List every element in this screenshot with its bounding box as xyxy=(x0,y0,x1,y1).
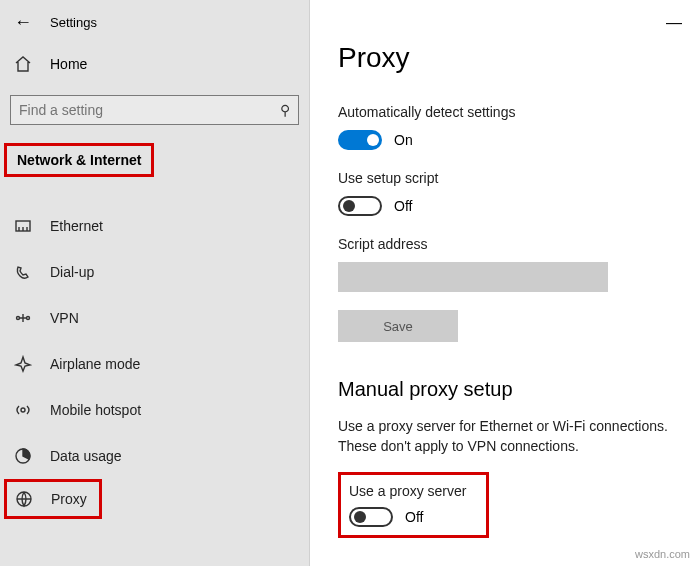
search-icon: ⚲ xyxy=(280,102,290,118)
auto-detect-label: Automatically detect settings xyxy=(338,104,700,120)
nav-label: Mobile hotspot xyxy=(50,402,141,418)
settings-title: Settings xyxy=(50,15,97,30)
save-button[interactable]: Save xyxy=(338,310,458,342)
script-address-label: Script address xyxy=(338,236,700,252)
hotspot-icon xyxy=(14,401,32,419)
manual-section-desc: Use a proxy server for Ethernet or Wi-Fi… xyxy=(338,417,700,456)
svg-point-2 xyxy=(27,317,30,320)
setup-script-label: Use setup script xyxy=(338,170,700,186)
page-title: Proxy xyxy=(338,42,700,74)
sidebar-item-vpn[interactable]: VPN xyxy=(0,295,309,341)
sidebar: ← Settings Home ⚲ Network & Internet Eth… xyxy=(0,0,310,566)
nav-label: Dial-up xyxy=(50,264,94,280)
minimize-icon[interactable]: — xyxy=(666,14,682,32)
nav-label: Airplane mode xyxy=(50,356,140,372)
sidebar-item-home[interactable]: Home xyxy=(0,47,309,81)
content-pane: — Proxy Automatically detect settings On… xyxy=(310,0,700,566)
use-proxy-toggle[interactable] xyxy=(349,507,393,527)
use-proxy-label: Use a proxy server xyxy=(349,483,466,499)
auto-detect-state: On xyxy=(394,132,413,148)
watermark: wsxdn.com xyxy=(635,548,690,560)
setup-script-toggle[interactable] xyxy=(338,196,382,216)
sidebar-item-dialup[interactable]: Dial-up xyxy=(0,249,309,295)
manual-proxy-highlight: Use a proxy server Off xyxy=(338,472,489,538)
datausage-icon xyxy=(14,447,32,465)
home-label: Home xyxy=(50,56,87,72)
auto-detect-toggle[interactable] xyxy=(338,130,382,150)
sidebar-item-ethernet[interactable]: Ethernet xyxy=(0,203,309,249)
script-address-input[interactable] xyxy=(338,262,608,292)
setup-script-state: Off xyxy=(394,198,412,214)
dialup-icon xyxy=(14,263,32,281)
manual-section-title: Manual proxy setup xyxy=(338,378,700,401)
home-icon xyxy=(14,55,32,73)
nav-label: Proxy xyxy=(51,491,87,507)
search-input[interactable] xyxy=(19,102,280,118)
search-input-container[interactable]: ⚲ xyxy=(10,95,299,125)
proxy-icon xyxy=(15,490,33,508)
airplane-icon xyxy=(14,355,32,373)
sidebar-item-datausage[interactable]: Data usage xyxy=(0,433,309,479)
category-title: Network & Internet xyxy=(4,143,154,177)
sidebar-item-airplane[interactable]: Airplane mode xyxy=(0,341,309,387)
sidebar-item-proxy[interactable]: Proxy xyxy=(7,482,87,516)
back-icon[interactable]: ← xyxy=(14,12,32,33)
nav-label: Ethernet xyxy=(50,218,103,234)
nav-label: Data usage xyxy=(50,448,122,464)
vpn-icon xyxy=(14,309,32,327)
svg-point-3 xyxy=(21,408,25,412)
ethernet-icon xyxy=(14,217,32,235)
nav-label: VPN xyxy=(50,310,79,326)
sidebar-item-hotspot[interactable]: Mobile hotspot xyxy=(0,387,309,433)
svg-point-1 xyxy=(17,317,20,320)
use-proxy-state: Off xyxy=(405,509,423,525)
